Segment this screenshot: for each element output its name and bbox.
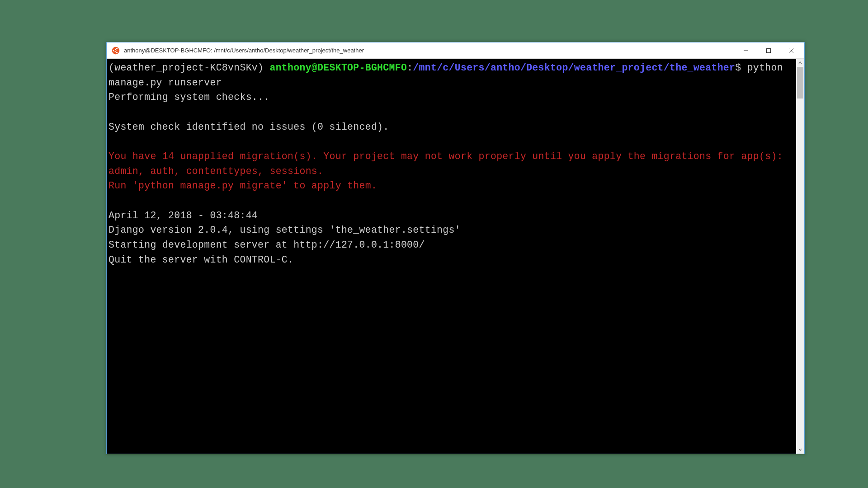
- scrollbar-down-icon[interactable]: [796, 446, 804, 454]
- output-line: Starting development server at http://12…: [108, 239, 425, 250]
- svg-point-3: [116, 52, 118, 53]
- window-title: anthony@DESKTOP-BGHCMFO: /mnt/c/Users/an…: [124, 47, 735, 54]
- output-line: Performing system checks...: [108, 92, 269, 103]
- scrollbar[interactable]: [796, 59, 804, 454]
- close-button[interactable]: [780, 42, 802, 59]
- window-controls: [735, 42, 802, 59]
- output-line: Quit the server with CONTROL-C.: [108, 254, 293, 265]
- output-line: System check identified no issues (0 sil…: [108, 122, 389, 132]
- terminal-window: anthony@DESKTOP-BGHCMFO: /mnt/c/Users/an…: [106, 42, 805, 454]
- svg-point-1: [113, 50, 114, 51]
- maximize-button[interactable]: [757, 42, 780, 59]
- prompt-path: /mnt/c/Users/antho/Desktop/weather_proje…: [413, 62, 735, 73]
- prompt-colon: :: [407, 62, 413, 73]
- minimize-button[interactable]: [735, 42, 757, 59]
- output-line: April 12, 2018 - 03:48:44: [108, 210, 258, 221]
- prompt-dollar: $: [735, 62, 747, 73]
- output-line: Django version 2.0.4, using settings 'th…: [108, 225, 461, 235]
- terminal-body[interactable]: (weather_project-KC8vnSKv) anthony@DESKT…: [107, 59, 804, 454]
- prompt-user-host: anthony@DESKTOP-BGHCMFO: [269, 62, 407, 73]
- svg-rect-5: [767, 48, 771, 52]
- svg-point-2: [116, 48, 118, 49]
- prompt-venv: (weather_project-KC8vnSKv): [108, 62, 269, 73]
- output-warning: Run 'python manage.py migrate' to apply …: [108, 180, 377, 191]
- titlebar[interactable]: anthony@DESKTOP-BGHCMFO: /mnt/c/Users/an…: [107, 42, 804, 59]
- terminal-content[interactable]: (weather_project-KC8vnSKv) anthony@DESKT…: [107, 59, 796, 454]
- ubuntu-icon: [111, 46, 120, 55]
- output-warning: You have 14 unapplied migration(s). Your…: [108, 151, 789, 177]
- scrollbar-track[interactable]: [796, 67, 804, 446]
- scrollbar-thumb[interactable]: [797, 67, 803, 99]
- scrollbar-up-icon[interactable]: [796, 59, 804, 67]
